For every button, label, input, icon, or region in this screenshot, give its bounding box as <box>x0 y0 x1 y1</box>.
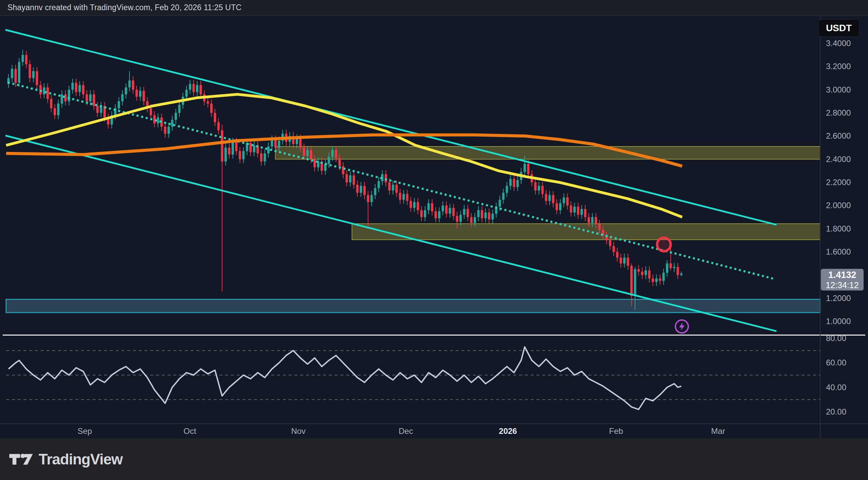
tradingview-screenshot: Shayannv created with TradingView.com, F… <box>0 0 868 480</box>
time-tick: Sep <box>78 426 92 436</box>
candles-series[interactable] <box>7 50 683 310</box>
attribution-bar: Shayannv created with TradingView.com, F… <box>0 0 868 15</box>
price-tick: 3.2000 <box>826 62 851 71</box>
tradingview-wordmark[interactable]: TradingView <box>39 451 122 468</box>
chart-canvas[interactable]: 3.40003.20003.00002.80002.60002.40002.20… <box>0 15 868 438</box>
highlight-circle-marker[interactable] <box>657 238 671 251</box>
pane-separator[interactable] <box>3 335 865 336</box>
price-tick: 1.8000 <box>826 224 851 233</box>
price-tick: 2.6000 <box>826 131 851 140</box>
symbol-unit-label: USDT <box>826 23 852 34</box>
upper-channel-trendline[interactable] <box>5 30 776 225</box>
rsi-tick: 60.00 <box>826 358 846 367</box>
time-tick: Dec <box>399 426 413 436</box>
price-tick: 2.4000 <box>826 155 851 164</box>
symbol-unit-badge: USDT <box>818 19 860 37</box>
rsi-tick: 40.00 <box>826 383 846 392</box>
price-tick: 2.0000 <box>826 201 851 210</box>
last-price-badge: 1.4132 12:34:12 <box>821 269 864 291</box>
price-tick: 3.4000 <box>826 39 851 48</box>
price-tick: 1.6000 <box>826 247 851 256</box>
zone-supply_lower[interactable] <box>352 224 820 240</box>
lightning-icon[interactable] <box>675 320 688 333</box>
rsi-tick: 20.00 <box>826 407 846 416</box>
chart-svg[interactable]: 3.40003.20003.00002.80002.60002.40002.20… <box>0 15 868 438</box>
time-tick: Nov <box>291 426 306 436</box>
time-tick: 2026 <box>499 426 517 436</box>
time-tick: Oct <box>183 426 196 436</box>
attribution-text: Shayannv created with TradingView.com, F… <box>7 0 241 15</box>
price-tick: 2.8000 <box>826 108 851 117</box>
bar-close-countdown: 12:34:12 <box>826 280 859 290</box>
price-tick: 3.0000 <box>826 85 851 94</box>
tradingview-logo-icon[interactable] <box>9 451 33 468</box>
time-tick: Mar <box>711 426 725 436</box>
footer-bar: TradingView <box>0 438 868 480</box>
price-tick: 2.2000 <box>826 178 851 187</box>
time-tick: Feb <box>609 426 623 436</box>
zone-supply_upper[interactable] <box>275 146 820 159</box>
rsi-tick: 80.00 <box>826 334 846 343</box>
rsi-line <box>8 347 682 409</box>
price-tick: 1.2000 <box>826 294 851 303</box>
price-tick: 1.0000 <box>826 317 851 326</box>
last-price-value: 1.4132 <box>828 270 856 280</box>
